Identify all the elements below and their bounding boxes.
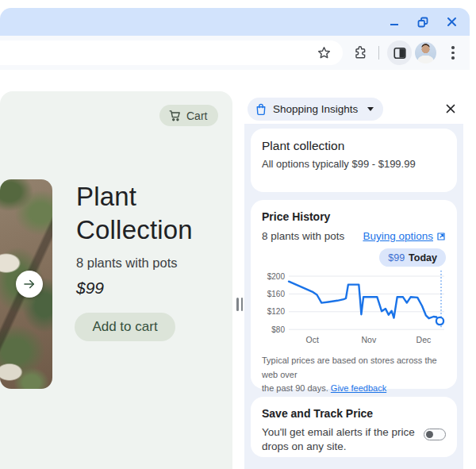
cart-button[interactable]: Cart (159, 105, 218, 126)
toolbar-divider (378, 46, 379, 60)
disclaimer-line2: the past 90 days. (262, 383, 328, 393)
chart-disclaimer: Typical prices are based on stores acros… (262, 354, 446, 396)
menu-dot (451, 46, 454, 48)
resize-handle-bar (236, 298, 239, 311)
chevron-down-icon (367, 107, 374, 111)
panel-title: Shopping Insights (273, 103, 358, 115)
svg-text:$200: $200 (267, 272, 286, 281)
svg-text:Dec: Dec (416, 335, 432, 344)
shopping-insights-panel: Shopping Insights Plant collection All o… (244, 91, 470, 469)
side-panel-icon (393, 46, 407, 60)
panel-resize-handle[interactable] (236, 298, 244, 311)
price-history-subtitle: 8 plants with pots (262, 230, 344, 242)
profile-avatar[interactable] (415, 42, 436, 63)
extensions-icon[interactable] (353, 45, 368, 60)
buying-options-link[interactable]: Buying options (363, 230, 446, 242)
svg-text:$120: $120 (267, 307, 286, 316)
svg-text:Nov: Nov (361, 335, 376, 344)
menu-dot (451, 52, 454, 54)
close-icon (447, 17, 457, 27)
svg-text:$80: $80 (271, 325, 285, 334)
panel-close-button[interactable] (441, 99, 460, 118)
today-price: $99 (388, 252, 405, 263)
save-track-title: Save and Track Price (262, 407, 446, 420)
next-image-button[interactable] (16, 271, 43, 298)
bookmark-star-icon[interactable] (317, 45, 332, 60)
browser-toolbar (0, 36, 470, 70)
buying-options-label: Buying options (363, 230, 433, 242)
product-subtitle: 8 plants with pots (76, 256, 178, 271)
save-track-price-card: Save and Track Price You'll get email al… (251, 397, 457, 457)
summary-subtitle: All options typically $99 - $199.99 (262, 158, 446, 170)
minimize-icon (389, 17, 400, 28)
webpage: Cart Plant Collection 8 plants with pots… (0, 91, 232, 469)
window-titlebar (0, 8, 470, 36)
cart-icon (168, 109, 182, 122)
cart-button-label: Cart (186, 110, 207, 122)
side-panel-button[interactable] (387, 40, 412, 65)
add-to-cart-button[interactable]: Add to cart (75, 313, 175, 341)
panel-content: Plant collection All options typically $… (244, 124, 463, 469)
toggle-knob (426, 431, 433, 438)
product-title: Plant Collection (76, 180, 217, 247)
panel-header: Shopping Insights (244, 91, 470, 124)
give-feedback-link[interactable]: Give feedback (331, 383, 386, 393)
resize-handle-bar (241, 298, 244, 311)
browser-menu-button[interactable] (446, 40, 460, 65)
browser-window: Cart Plant Collection 8 plants with pots… (0, 0, 476, 469)
price-history-title: Price History (262, 210, 446, 223)
close-icon (446, 104, 455, 113)
product-price: $99 (76, 279, 104, 298)
menu-dot (451, 56, 454, 59)
price-track-toggle[interactable] (424, 429, 446, 440)
today-label: Today (409, 252, 437, 263)
panel-title-dropdown[interactable]: Shopping Insights (248, 98, 383, 121)
today-price-badge: $99 Today (379, 248, 446, 267)
svg-text:Oct: Oct (306, 335, 319, 344)
svg-text:$160: $160 (267, 290, 286, 298)
product-summary-card: Plant collection All options typically $… (251, 129, 457, 192)
save-track-body-line2: drops on any site. (262, 440, 347, 452)
minimize-button[interactable] (387, 15, 401, 29)
price-history-card: Price History 8 plants with pots Buying … (251, 200, 457, 389)
external-link-icon (436, 232, 446, 241)
close-window-button[interactable] (444, 15, 459, 29)
save-track-body-line1: You'll get email alerts if the price (262, 426, 415, 438)
arrow-right-icon (22, 277, 36, 291)
summary-title: Plant collection (262, 139, 446, 153)
shopping-bag-icon (255, 103, 267, 115)
restore-button[interactable] (416, 15, 430, 29)
address-bar[interactable] (0, 40, 343, 65)
disclaimer-line1: Typical prices are based on stores acros… (262, 356, 437, 379)
save-track-body: You'll get email alerts if the price dro… (262, 425, 417, 454)
restore-icon (417, 17, 428, 28)
price-history-chart: $200$160$120$80OctNovDec (262, 268, 446, 346)
